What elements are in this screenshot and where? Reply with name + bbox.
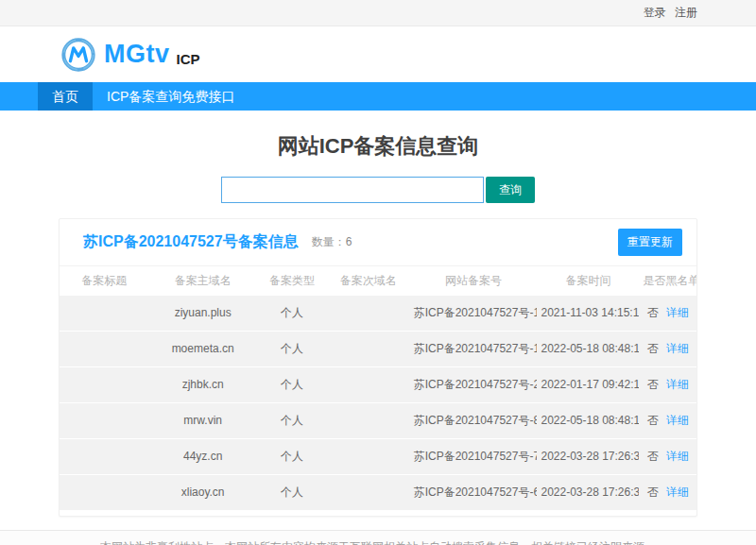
result-count: 数量：6	[312, 234, 352, 250]
column-header-type: 备案类型	[257, 266, 327, 296]
main-content: 网站ICP备案信息查询 查询 苏ICP备2021047527号备案信息 数量：6…	[0, 134, 756, 517]
detail-link[interactable]: 详细	[666, 450, 689, 463]
result-count-label: 数量：	[312, 235, 346, 248]
table-row: ziyuan.plus 个人 苏ICP备2021047527号-1 2021-1…	[60, 296, 696, 332]
brand-name: MGtv	[104, 40, 170, 69]
cell-domain: moemeta.cn	[148, 332, 257, 367]
cell-blacklist: 否详细	[639, 403, 696, 439]
column-header-domain: 备案主域名	[148, 266, 257, 296]
icp-table: 备案标题 备案主域名 备案类型 备案次域名 网站备案号 备案时间 是否黑名单 z…	[60, 266, 696, 511]
cell-time: 2022-05-18 08:48:17	[537, 332, 639, 367]
brand-suffix: ICP	[177, 51, 200, 67]
mgtv-logo-icon	[60, 37, 96, 73]
cell-type: 个人	[257, 332, 327, 367]
detail-link[interactable]: 详细	[666, 414, 689, 427]
cell-subdomain	[327, 403, 410, 439]
register-link[interactable]: 注册	[675, 6, 697, 19]
site-header: MGtv ICP	[0, 26, 756, 82]
footer-disclaimer: 本网站为非赢利性站点，本网站所有内容均来源于互联网相关站点自动搜索采集信息，相关…	[100, 540, 656, 545]
table-row: zjhbk.cn 个人 苏ICP备2021047527号-2 2022-01-1…	[60, 367, 696, 403]
column-header-title: 备案标题	[60, 266, 148, 296]
detail-link[interactable]: 详细	[666, 306, 689, 319]
table-row: xliaoy.cn 个人 苏ICP备2021047527号-6 2022-03-…	[60, 475, 696, 511]
cell-icp-number: 苏ICP备2021047527号-10	[410, 332, 538, 367]
cell-time: 2021-11-03 14:15:11	[537, 296, 639, 332]
cell-blacklist: 否详细	[639, 439, 696, 475]
search-bar: 查询	[0, 177, 756, 203]
column-header-blacklist: 是否黑名单	[639, 266, 696, 296]
cell-title	[60, 296, 148, 332]
cell-time: 2022-03-28 17:26:34	[537, 439, 639, 475]
cell-subdomain	[327, 296, 410, 332]
blacklist-flag: 否	[647, 485, 659, 499]
cell-subdomain	[327, 367, 410, 403]
top-utility-bar: 登录 注册	[0, 0, 756, 26]
column-header-subdomain: 备案次域名	[327, 266, 410, 296]
cell-icp-number: 苏ICP备2021047527号-7	[410, 439, 538, 475]
login-link[interactable]: 登录	[644, 6, 666, 19]
cell-time: 2022-05-18 08:48:15	[537, 403, 639, 439]
table-row: 44yz.cn 个人 苏ICP备2021047527号-7 2022-03-28…	[60, 439, 696, 475]
cell-title	[60, 367, 148, 403]
cell-blacklist: 否详细	[639, 475, 696, 511]
panel-header: 苏ICP备2021047527号备案信息 数量：6 重置更新	[60, 219, 696, 266]
search-input[interactable]	[221, 177, 484, 203]
blacklist-flag: 否	[647, 306, 659, 319]
cell-icp-number: 苏ICP备2021047527号-8	[410, 403, 538, 439]
cell-type: 个人	[257, 367, 327, 403]
blacklist-flag: 否	[647, 342, 659, 355]
column-header-time: 备案时间	[537, 266, 639, 296]
panel-title: 苏ICP备2021047527号备案信息	[83, 232, 299, 252]
detail-link[interactable]: 详细	[666, 485, 689, 499]
cell-title	[60, 332, 148, 367]
cell-title	[60, 475, 148, 511]
page-footer: 本网站为非赢利性站点，本网站所有内容均来源于互联网相关站点自动搜索采集信息，相关…	[0, 530, 756, 545]
cell-icp-number: 苏ICP备2021047527号-1	[410, 296, 538, 332]
blacklist-flag: 否	[647, 378, 659, 391]
cell-domain: ziyuan.plus	[148, 296, 257, 332]
cell-blacklist: 否详细	[639, 296, 696, 332]
main-nav: 首页 ICP备案查询免费接口	[0, 82, 756, 111]
cell-subdomain	[327, 332, 410, 367]
cell-domain: zjhbk.cn	[148, 367, 257, 403]
detail-link[interactable]: 详细	[666, 342, 689, 355]
cell-blacklist: 否详细	[639, 332, 696, 367]
cell-type: 个人	[257, 439, 327, 475]
blacklist-flag: 否	[647, 414, 659, 427]
cell-type: 个人	[257, 475, 327, 511]
query-button[interactable]: 查询	[486, 177, 535, 203]
cell-time: 2022-03-28 17:26:33	[537, 475, 639, 511]
logo[interactable]: MGtv ICP	[60, 37, 200, 73]
cell-time: 2022-01-17 09:42:17	[537, 367, 639, 403]
column-header-icp-number: 网站备案号	[410, 266, 538, 296]
cell-icp-number: 苏ICP备2021047527号-6	[410, 475, 538, 511]
cell-domain: mrw.vin	[148, 403, 257, 439]
detail-link[interactable]: 详细	[666, 378, 689, 391]
reset-update-button[interactable]: 重置更新	[618, 229, 682, 256]
cell-domain: 44yz.cn	[148, 439, 257, 475]
cell-type: 个人	[257, 403, 327, 439]
cell-blacklist: 否详细	[639, 367, 696, 403]
cell-subdomain	[327, 475, 410, 511]
result-panel: 苏ICP备2021047527号备案信息 数量：6 重置更新 备案标题 备案主域…	[59, 218, 697, 517]
table-header-row: 备案标题 备案主域名 备案类型 备案次域名 网站备案号 备案时间 是否黑名单	[60, 266, 696, 296]
cell-title	[60, 439, 148, 475]
cell-domain: xliaoy.cn	[148, 475, 257, 511]
result-count-value: 6	[346, 235, 352, 248]
cell-title	[60, 403, 148, 439]
nav-item-home[interactable]: 首页	[38, 82, 93, 111]
cell-subdomain	[327, 439, 410, 475]
table-row: moemeta.cn 个人 苏ICP备2021047527号-10 2022-0…	[60, 332, 696, 367]
nav-item-icp-api[interactable]: ICP备案查询免费接口	[93, 82, 249, 111]
page-title: 网站ICP备案信息查询	[0, 134, 756, 159]
cell-icp-number: 苏ICP备2021047527号-2	[410, 367, 538, 403]
table-row: mrw.vin 个人 苏ICP备2021047527号-8 2022-05-18…	[60, 403, 696, 439]
blacklist-flag: 否	[647, 450, 659, 463]
cell-type: 个人	[257, 296, 327, 332]
